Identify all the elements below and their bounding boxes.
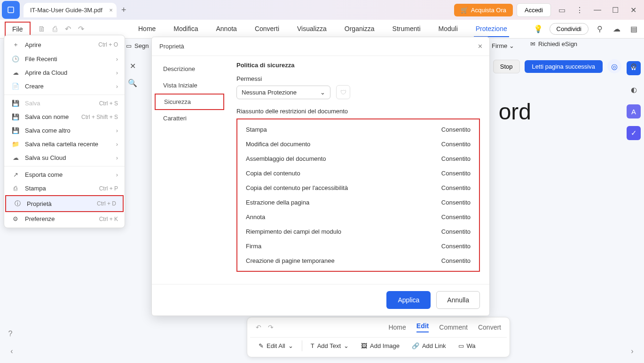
file-menu-creare[interactable]: 📄Creare›	[4, 79, 125, 93]
document-tab[interactable]: IT-Mac-User Guide-3M.pdf ×	[24, 3, 117, 17]
cancel-button[interactable]: Annulla	[436, 291, 480, 309]
tab-visualizza[interactable]: Visualizza	[295, 21, 329, 37]
tab-home[interactable]: Home	[136, 21, 157, 37]
buy-button[interactable]: 🛒 Acquista Ora	[454, 4, 513, 16]
page-prev-icon[interactable]: ‹	[6, 345, 18, 357]
tab-protezione[interactable]: Protezione	[474, 21, 509, 37]
file-menu-salva-altro[interactable]: 💾Salva come altro›	[4, 124, 125, 137]
settings-icon: ⚙	[11, 215, 20, 222]
sidebar-item-sicurezza[interactable]: Sicurezza	[155, 94, 224, 110]
new-tab-button[interactable]: +	[121, 5, 126, 15]
maximize-icon[interactable]: ☐	[608, 3, 622, 17]
bb-tab-convert[interactable]: Convert	[478, 324, 501, 331]
dialog-close-icon[interactable]: ✕	[478, 43, 483, 50]
tab-title: IT-Mac-User Guide-3M.pdf	[30, 7, 102, 14]
bulb-icon[interactable]: 💡	[533, 24, 544, 35]
bb-tab-edit[interactable]: Edit	[416, 322, 429, 332]
firme-dropdown[interactable]: Firme ⌄	[492, 42, 514, 49]
save-icon: 💾	[11, 100, 20, 107]
tab-modifica[interactable]: Modifica	[172, 21, 200, 37]
close-window-icon[interactable]: ✕	[626, 3, 640, 17]
add-image-button[interactable]: 🖼Add Image	[357, 340, 403, 351]
share-button[interactable]: Condividi	[550, 23, 589, 35]
undo-icon[interactable]: ↶	[62, 23, 75, 36]
close-icon[interactable]: ×	[109, 7, 113, 14]
titlebar: IT-Mac-User Guide-3M.pdf × + 🛒 Acquista …	[0, 0, 644, 20]
perm-label: Permessi	[236, 75, 480, 82]
file-menu-button[interactable]: File	[5, 22, 31, 37]
file-menu-esporta[interactable]: ↗Esporta come›	[4, 168, 125, 182]
file-menu-recenti[interactable]: 🕒File Recenti›	[4, 52, 125, 66]
minimize-icon[interactable]: —	[590, 3, 605, 17]
image-icon: 🖼	[361, 342, 367, 349]
file-menu-cloud[interactable]: ☁Aprire da Cloud›	[4, 66, 125, 79]
close-panel-icon[interactable]: ✕	[127, 60, 138, 71]
add-link-button[interactable]: 🔗Add Link	[408, 340, 450, 351]
add-text-button[interactable]: TAdd Text ⌄	[307, 340, 353, 351]
file-menu-salva-cartella[interactable]: 📁Salva nella cartella recente›	[4, 137, 125, 151]
clock-icon: 🕒	[11, 55, 20, 63]
bottom-toolbar: ↶ ↷ Home Edit Comment Convert ✎Edit All …	[247, 317, 510, 357]
chevron-down-icon: ⌄	[288, 342, 293, 349]
bb-tab-home[interactable]: Home	[388, 324, 406, 331]
table-row: AnnotaConsentito	[237, 210, 479, 224]
file-menu-salva-cloud[interactable]: ☁Salva su Cloud›	[4, 151, 125, 165]
tab-organizza[interactable]: Organizza	[343, 21, 377, 37]
stop-button[interactable]: Stop	[493, 60, 520, 73]
undo-icon[interactable]: ↶	[256, 324, 261, 331]
chat-icon[interactable]: ▭	[555, 3, 569, 17]
redo-icon[interactable]: ↷	[268, 324, 274, 331]
print-icon[interactable]: ⎙	[48, 23, 62, 36]
menu-icon[interactable]: ▤	[628, 24, 639, 35]
dialog-sidebar: Descrizione Vista Iniziale Sicurezza Car…	[152, 56, 227, 284]
dialog-title: Proprietà	[159, 43, 184, 50]
file-menu-salva-nome[interactable]: 💾Salva con nomeCtrl + Shift + S	[4, 110, 125, 124]
chevron-right-icon: ›	[116, 127, 118, 134]
sliders-icon[interactable]: ⚙	[628, 60, 639, 71]
cloud-icon[interactable]: ☁	[611, 24, 622, 35]
properties-dialog: Proprietà ✕ Descrizione Vista Iniziale S…	[151, 37, 490, 316]
request-esign[interactable]: ✉ Richiedi eSign	[530, 40, 577, 47]
chevron-right-icon: ›	[116, 141, 118, 148]
tab-moduli[interactable]: Moduli	[437, 21, 460, 37]
page-next-icon[interactable]: ›	[626, 345, 638, 357]
tab-converti[interactable]: Converti	[253, 21, 281, 37]
left-rail: ?	[5, 328, 16, 339]
restrictions-table: StampaConsentito Modifica del documentoC…	[236, 118, 480, 272]
check-icon[interactable]: ✓	[627, 126, 641, 140]
file-menu-stampa[interactable]: ⎙StampaCtrl + P	[4, 182, 125, 195]
a-icon[interactable]: A	[627, 104, 641, 118]
tab-annota[interactable]: Annota	[214, 21, 239, 37]
file-menu-preferenze[interactable]: ⚙PreferenzeCtrl + K	[4, 212, 125, 226]
ai-icon[interactable]: ◐	[627, 83, 641, 97]
share-icon[interactable]: ⚲	[594, 24, 605, 35]
login-button[interactable]: Accedi	[517, 3, 551, 17]
sidebar-item-caratteri[interactable]: Caratteri	[152, 110, 227, 126]
target-icon[interactable]: ◎	[607, 59, 621, 73]
edit-all-button[interactable]: ✎Edit All ⌄	[255, 340, 297, 351]
chevron-right-icon: ›	[116, 171, 118, 178]
read-next-button[interactable]: Letti pagina successiva	[525, 60, 603, 73]
help-icon[interactable]: ?	[5, 328, 16, 339]
file-menu-proprieta[interactable]: ⓘProprietàCtrl + D	[5, 195, 124, 212]
file-menu-salva: 💾SalvaCtrl + S	[4, 96, 125, 110]
watermark-button[interactable]: ▭Wa	[455, 340, 479, 351]
tab-strumenti[interactable]: Strumenti	[391, 21, 423, 37]
shield-icon[interactable]: 🛡	[336, 85, 350, 99]
more-icon[interactable]: ⋮	[573, 3, 587, 17]
cloud-icon: ☁	[11, 69, 20, 76]
sidebar-item-descrizione[interactable]: Descrizione	[152, 61, 227, 77]
permission-select[interactable]: Nessuna Protezione ⌄	[236, 86, 330, 99]
apply-button[interactable]: Applica	[386, 291, 431, 309]
segn-item[interactable]: ▭ Segn	[126, 42, 149, 49]
sidebar-item-vista[interactable]: Vista Iniziale	[152, 77, 227, 94]
file-menu-aprire[interactable]: ＋AprireCtrl + O	[4, 37, 125, 52]
bb-tab-comment[interactable]: Comment	[439, 324, 468, 331]
chevron-right-icon: ›	[116, 69, 118, 76]
save-icon[interactable]: 🗎	[35, 23, 48, 36]
search-icon[interactable]: 🔍	[127, 77, 138, 88]
redo-icon[interactable]: ↷	[75, 23, 88, 36]
watermark-icon: ▭	[458, 342, 464, 349]
dialog-content: Politica di sicurezza Permessi Nessuna P…	[227, 56, 489, 284]
cart-icon: 🛒	[461, 7, 468, 14]
